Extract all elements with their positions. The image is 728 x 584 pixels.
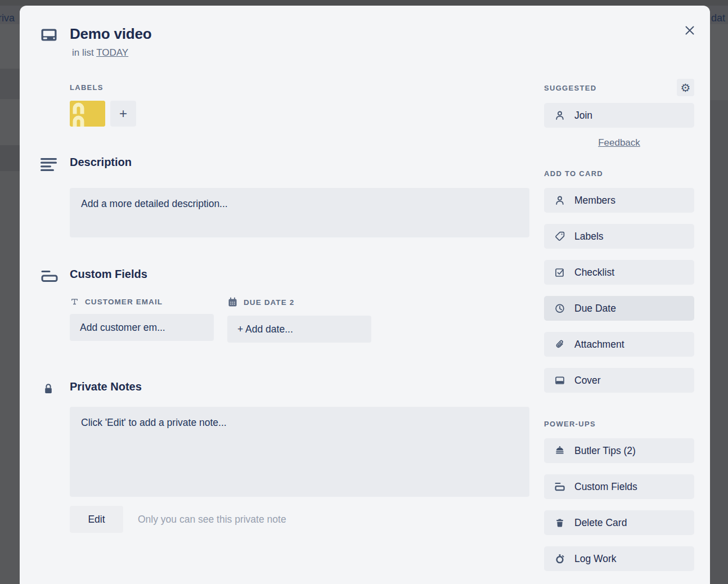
suggested-settings-button[interactable]: ⚙ [677, 79, 694, 96]
card-main-column: Demo video in list TODAY LABELS [41, 25, 531, 533]
gear-icon: ⚙ [681, 82, 691, 93]
text-type-icon [70, 297, 79, 306]
custom-fields-powerup-button[interactable]: Custom Fields [544, 474, 694, 499]
labels-section: LABELS + [41, 83, 531, 127]
user-icon [554, 195, 566, 206]
due-date-2-input[interactable]: + Add date... [227, 316, 371, 343]
labels-button[interactable]: Labels [544, 224, 694, 249]
private-notes-placeholder-box[interactable]: Click 'Edit' to add a private note... [70, 407, 529, 497]
custom-fields-section: Custom Fields CUSTOMER EMAIL [41, 268, 531, 343]
cover-button[interactable]: Cover [544, 368, 694, 393]
suggested-heading: SUGGESTED [544, 84, 596, 92]
butler-icon [554, 445, 566, 456]
delete-card-button[interactable]: Delete Card [544, 510, 694, 535]
background-text-fragment-right: dat [711, 12, 725, 24]
close-button[interactable] [677, 18, 702, 43]
background-overlay-right: dat [710, 6, 728, 584]
card-sidebar: SUGGESTED ⚙ Join Feedback ADD TO CARD [544, 83, 694, 584]
card-detail-modal: Demo video in list TODAY LABELS [20, 6, 710, 584]
screen: riva dat [0, 0, 728, 584]
customer-email-placeholder: Add customer em... [80, 322, 165, 334]
log-work-button[interactable]: Log Work [544, 546, 694, 571]
custom-field-label: DUE DATE 2 [244, 298, 294, 307]
in-list-prefix: in list [72, 47, 94, 58]
custom-fields-icon [554, 481, 566, 492]
background-overlay-top [0, 0, 728, 6]
private-notes-placeholder: Click 'Edit' to add a private note... [81, 417, 227, 428]
card-title[interactable]: Demo video [70, 25, 529, 43]
user-icon [554, 110, 566, 121]
description-section: Description Add a more detailed descript… [41, 156, 531, 237]
trash-icon [554, 517, 566, 528]
custom-field-label: CUSTOMER EMAIL [85, 298, 163, 306]
description-heading: Description [70, 156, 529, 169]
due-date-button[interactable]: Due Date [544, 296, 694, 321]
card-header: Demo video [41, 25, 531, 43]
plus-icon: + [119, 106, 127, 121]
attachment-button[interactable]: Attachment [544, 332, 694, 357]
butler-tips-button[interactable]: Butler Tips (2) [544, 438, 694, 463]
label-chip-yellow[interactable] [70, 101, 105, 127]
clock-icon [554, 303, 566, 314]
custom-field-due-date-2: DUE DATE 2 + Add date... [227, 297, 371, 343]
due-date-2-placeholder: + Add date... [237, 324, 293, 335]
feedback-link[interactable]: Feedback [598, 137, 640, 148]
stopwatch-icon [554, 553, 566, 564]
background-text-fragment-left: riva [0, 12, 15, 24]
private-notes-heading: Private Notes [70, 380, 529, 393]
add-label-button[interactable]: + [110, 101, 136, 127]
custom-field-customer-email: CUSTOMER EMAIL Add customer em... [70, 297, 214, 343]
card-icon [41, 28, 57, 43]
private-note-caption: Only you can see this private note [138, 514, 286, 525]
paperclip-icon [554, 339, 566, 350]
custom-fields-heading: Custom Fields [70, 268, 529, 281]
customer-email-input[interactable]: Add customer em... [70, 314, 214, 341]
lock-icon [43, 382, 54, 533]
calendar-icon [227, 297, 238, 308]
checklist-icon [554, 267, 566, 278]
description-placeholder: Add a more detailed description... [81, 198, 228, 209]
cover-icon [554, 375, 566, 386]
close-icon [684, 24, 696, 37]
custom-fields-icon [41, 269, 59, 343]
list-link[interactable]: TODAY [96, 47, 128, 58]
checklist-button[interactable]: Checklist [544, 260, 694, 285]
tag-icon [554, 231, 566, 242]
members-button[interactable]: Members [544, 188, 694, 213]
edit-private-note-button[interactable]: Edit [70, 506, 123, 533]
background-overlay-left: riva [0, 6, 20, 584]
description-icon [41, 158, 57, 237]
card-subtitle-row: in list TODAY [41, 43, 531, 59]
join-button[interactable]: Join [544, 103, 694, 128]
join-label: Join [574, 110, 592, 122]
add-to-card-heading: ADD TO CARD [544, 169, 694, 178]
private-notes-section: Private Notes Click 'Edit' to add a priv… [41, 380, 531, 533]
power-ups-heading: POWER-UPS [544, 420, 694, 428]
labels-heading: LABELS [70, 83, 529, 92]
description-placeholder-box[interactable]: Add a more detailed description... [70, 188, 529, 237]
